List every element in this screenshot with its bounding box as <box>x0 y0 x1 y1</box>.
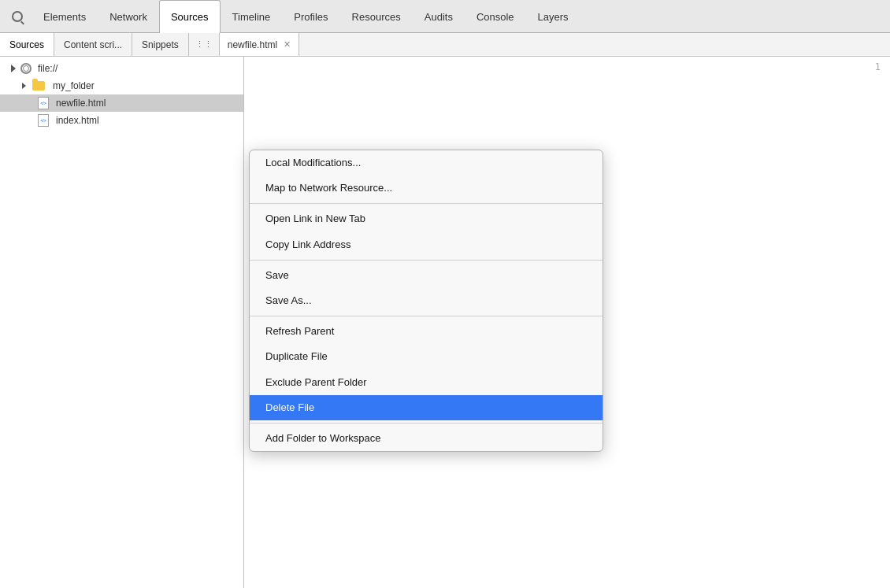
more-tabs-icon: ⋮⋮ <box>195 39 213 50</box>
tab-sources[interactable]: Sources <box>0 33 54 56</box>
nav-item-elements[interactable]: Elements <box>32 0 98 32</box>
nav-label-profiles: Profiles <box>294 11 328 23</box>
tree-item-index-html[interactable]: index.html <box>0 112 243 129</box>
search-button[interactable] <box>3 0 32 32</box>
globe-icon <box>20 63 32 74</box>
nav-label-console: Console <box>477 11 514 23</box>
line-number-1: 1 <box>244 60 890 74</box>
file-tree-sidebar: file:// my_folder newfile.html index.htm… <box>0 57 244 588</box>
context-menu-item-map-to-network[interactable]: Map to Network Resource... <box>250 176 603 201</box>
context-menu-separator <box>250 316 603 316</box>
search-icon <box>12 11 23 22</box>
more-tabs-button[interactable]: ⋮⋮ <box>189 33 219 56</box>
tree-item-my-folder[interactable]: my_folder <box>0 77 243 94</box>
tree-label-file-protocol: file:// <box>38 63 57 74</box>
context-menu-item-refresh-parent[interactable]: Refresh Parent <box>250 319 603 344</box>
tree-item-file-protocol[interactable]: file:// <box>0 60 243 77</box>
tree-label-index: index.html <box>56 115 99 126</box>
context-menu-item-exclude-parent-folder[interactable]: Exclude Parent Folder <box>250 370 603 395</box>
open-file-label: newfile.html <box>228 39 277 50</box>
nav-item-network[interactable]: Network <box>98 0 159 32</box>
tree-label-newfile: newfile.html <box>56 98 106 109</box>
nav-item-layers[interactable]: Layers <box>526 0 580 32</box>
html-file-icon <box>38 97 49 109</box>
context-menu-item-copy-link-address[interactable]: Copy Link Address <box>250 232 603 257</box>
open-files-area: newfile.html ✕ <box>219 33 890 56</box>
sub-tab-bar: Sources Content scri... Snippets ⋮⋮ newf… <box>0 33 890 57</box>
collapse-triangle-folder[interactable] <box>22 83 26 89</box>
tab-content-scripts[interactable]: Content scri... <box>54 33 132 56</box>
open-file-tab-newfile[interactable]: newfile.html ✕ <box>220 33 299 56</box>
nav-item-console[interactable]: Console <box>465 0 526 32</box>
nav-item-sources[interactable]: Sources <box>159 0 221 33</box>
html-file-icon-index <box>38 114 49 127</box>
context-menu-item-open-link-new-tab[interactable]: Open Link in New Tab <box>250 206 603 231</box>
close-file-button[interactable]: ✕ <box>284 39 291 50</box>
collapse-triangle-root[interactable] <box>11 65 16 72</box>
nav-label-audits: Audits <box>425 11 453 23</box>
nav-label-resources: Resources <box>352 11 401 23</box>
nav-item-resources[interactable]: Resources <box>340 0 413 32</box>
tab-label-content-scripts: Content scri... <box>64 39 122 50</box>
context-menu-item-delete-file[interactable]: Delete File <box>250 395 603 420</box>
tree-label-my-folder: my_folder <box>53 80 95 91</box>
tab-label-sources: Sources <box>9 39 44 50</box>
nav-item-profiles[interactable]: Profiles <box>282 0 339 32</box>
context-menu-item-save-as[interactable]: Save As... <box>250 288 603 313</box>
context-menu-item-save[interactable]: Save <box>250 263 603 288</box>
context-menu-separator <box>250 203 603 204</box>
tab-snippets[interactable]: Snippets <box>132 33 189 56</box>
context-menu-item-local-modifications[interactable]: Local Modifications... <box>250 150 603 176</box>
nav-label-elements: Elements <box>43 11 86 23</box>
nav-label-timeline: Timeline <box>232 11 271 23</box>
nav-label-layers: Layers <box>538 11 569 23</box>
line-numbers: 1 <box>244 57 890 77</box>
context-menu-separator <box>250 423 603 423</box>
context-menu-item-add-folder-workspace[interactable]: Add Folder to Workspace <box>250 426 603 451</box>
nav-label-network: Network <box>109 11 147 23</box>
context-menu-separator <box>250 260 603 261</box>
tree-item-newfile-html[interactable]: newfile.html <box>0 94 243 112</box>
nav-label-sources: Sources <box>171 11 209 23</box>
nav-item-timeline[interactable]: Timeline <box>221 0 283 32</box>
folder-icon <box>32 81 45 91</box>
context-menu-item-duplicate-file[interactable]: Duplicate File <box>250 344 603 369</box>
nav-item-audits[interactable]: Audits <box>413 0 465 32</box>
context-menu: Local Modifications...Map to Network Res… <box>249 150 603 452</box>
top-nav-bar: Elements Network Sources Timeline Profil… <box>0 0 890 33</box>
tab-label-snippets: Snippets <box>142 39 179 50</box>
